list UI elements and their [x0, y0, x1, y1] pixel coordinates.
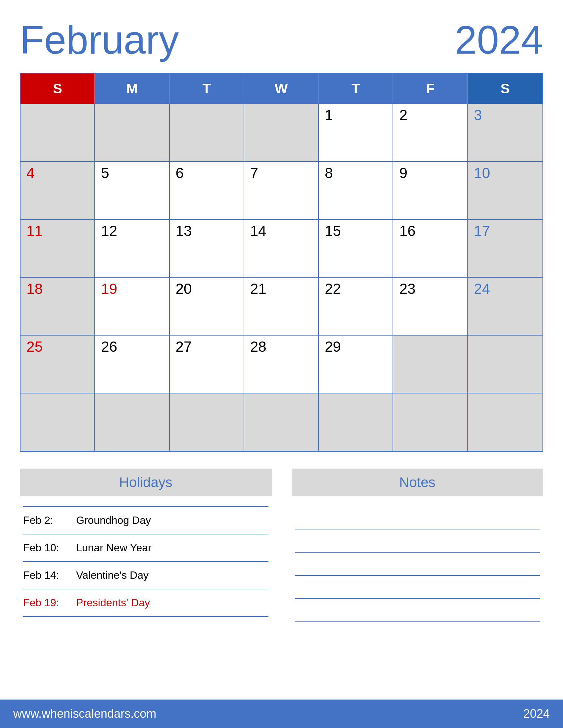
holiday-item-4: Feb 19: Presidents' Day	[23, 589, 268, 617]
cell-w6-thu	[319, 393, 393, 451]
note-line-5[interactable]	[295, 599, 540, 622]
cell-22: 22	[319, 278, 393, 336]
header-sunday: S	[21, 73, 95, 104]
holiday-list: Feb 2: Groundhog Day Feb 10: Lunar New Y…	[20, 506, 272, 617]
cell-w6-tue	[170, 393, 244, 451]
cell-21: 21	[244, 278, 319, 336]
cell-20: 20	[170, 278, 244, 336]
header: February 2024	[20, 20, 543, 60]
cell-27: 27	[170, 336, 244, 393]
cell-w6-sat	[468, 393, 542, 451]
holiday-item-2: Feb 10: Lunar New Year	[23, 534, 268, 562]
holiday-date-1: Feb 2:	[23, 514, 76, 526]
cell-4: 4	[21, 162, 95, 220]
cell-w5-fri	[393, 336, 468, 393]
year-title: 2024	[455, 20, 543, 60]
cell-1: 1	[319, 104, 393, 162]
cell-w1-sun	[21, 104, 95, 162]
header-saturday: S	[468, 73, 542, 104]
cell-26: 26	[95, 336, 169, 393]
cell-19: 19	[95, 278, 169, 336]
notes-lines	[292, 506, 543, 622]
notes-section: Notes	[292, 469, 543, 683]
bottom-section: Holidays Feb 2: Groundhog Day Feb 10: Lu…	[20, 469, 543, 683]
cell-28: 28	[244, 336, 319, 393]
cell-w6-mon	[95, 393, 169, 451]
cell-25: 25	[21, 336, 95, 393]
cell-7: 7	[244, 162, 319, 220]
cell-29: 29	[319, 336, 393, 393]
holiday-date-3: Feb 14:	[23, 569, 76, 581]
note-line-3[interactable]	[295, 553, 540, 576]
note-line-4[interactable]	[295, 576, 540, 599]
cell-w6-sun	[21, 393, 95, 451]
cell-24: 24	[468, 278, 542, 336]
footer-year: 2024	[523, 707, 550, 721]
header-wednesday: W	[244, 73, 319, 104]
cell-9: 9	[393, 162, 468, 220]
calendar-header-row: S M T W T F S	[21, 73, 542, 104]
cell-13: 13	[170, 220, 244, 278]
cell-w1-mon	[95, 104, 169, 162]
month-title: February	[20, 20, 179, 60]
holiday-name-3: Valentine's Day	[76, 569, 149, 581]
cell-2: 2	[393, 104, 468, 162]
cell-18: 18	[21, 278, 95, 336]
cell-14: 14	[244, 220, 319, 278]
cell-17: 17	[468, 220, 542, 278]
cell-w1-tue	[170, 104, 244, 162]
cell-w6-fri	[393, 393, 468, 451]
cell-15: 15	[319, 220, 393, 278]
holiday-item-3: Feb 14: Valentine's Day	[23, 562, 268, 589]
holiday-name-2: Lunar New Year	[76, 542, 152, 554]
holiday-date-4: Feb 19:	[23, 597, 76, 609]
cell-5: 5	[95, 162, 169, 220]
holiday-date-2: Feb 10:	[23, 542, 76, 554]
cell-8: 8	[319, 162, 393, 220]
cell-12: 12	[95, 220, 169, 278]
cell-11: 11	[21, 220, 95, 278]
cell-23: 23	[393, 278, 468, 336]
cell-3: 3	[468, 104, 542, 162]
cell-w6-wed	[244, 393, 319, 451]
calendar-grid: S M T W T F S 1 2 3 4 5 6 7 8 9 10	[20, 73, 543, 452]
holidays-header: Holidays	[20, 469, 272, 496]
note-line-2[interactable]	[295, 529, 540, 553]
cell-w5-sat	[468, 336, 542, 393]
cell-10: 10	[468, 162, 542, 220]
footer-url: www.wheniscalendars.com	[13, 707, 156, 721]
cell-6: 6	[170, 162, 244, 220]
calendar-page: February 2024 S M T W T F S 1 2 3 4 5	[0, 0, 563, 728]
header-thursday: T	[319, 73, 393, 104]
header-monday: M	[95, 73, 169, 104]
cell-w1-wed	[244, 104, 319, 162]
header-tuesday: T	[170, 73, 244, 104]
holiday-name-1: Groundhog Day	[76, 514, 151, 526]
note-line-1[interactable]	[295, 506, 540, 529]
calendar-body: 1 2 3 4 5 6 7 8 9 10 11 12 13 14 15 16 1…	[21, 104, 542, 451]
header-friday: F	[393, 73, 468, 104]
holiday-name-4: Presidents' Day	[76, 597, 150, 609]
footer: www.wheniscalendars.com 2024	[0, 700, 563, 728]
notes-header: Notes	[292, 469, 543, 496]
holidays-section: Holidays Feb 2: Groundhog Day Feb 10: Lu…	[20, 469, 272, 683]
cell-16: 16	[393, 220, 468, 278]
holiday-item-1: Feb 2: Groundhog Day	[23, 506, 268, 534]
